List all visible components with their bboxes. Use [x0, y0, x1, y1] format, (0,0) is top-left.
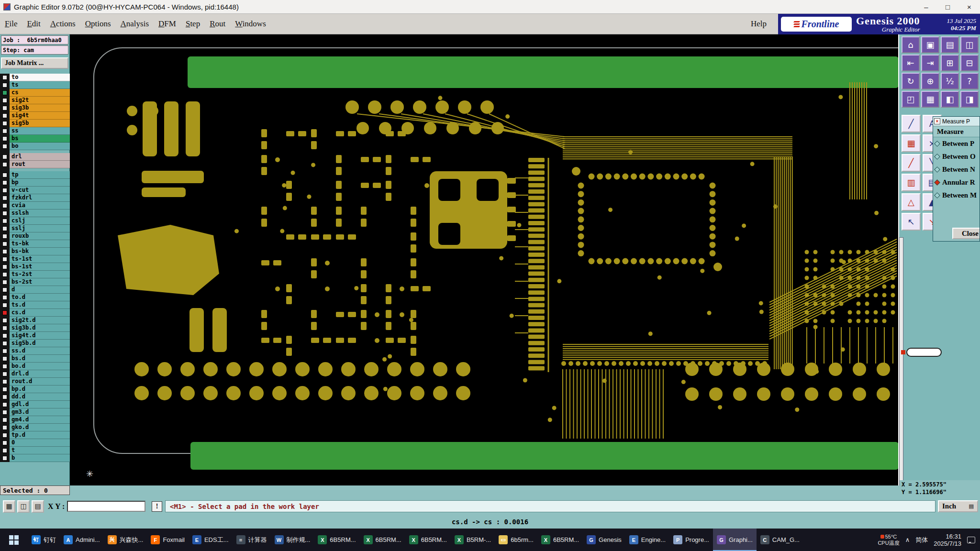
layer-checkbox[interactable]: [0, 424, 10, 431]
ime-indicator[interactable]: 简体: [915, 536, 928, 544]
layer-row-bp.d[interactable]: bp.d: [0, 386, 70, 393]
menu-options[interactable]: Options: [80, 19, 116, 29]
layer-checkbox[interactable]: [0, 187, 10, 194]
taskbar-item[interactable]: X6B5RM...: [405, 529, 451, 551]
layer-checkbox[interactable]: [0, 340, 10, 347]
taskbar-item[interactable]: X6B5RM...: [314, 529, 359, 551]
pan-left-icon[interactable]: ⇤: [902, 55, 920, 71]
layer-checkbox[interactable]: [0, 104, 10, 112]
layer-row-ts-bk[interactable]: ts-bk: [0, 240, 70, 248]
help-tool-icon[interactable]: ?: [960, 73, 979, 89]
layer-row-rout.d[interactable]: rout.d: [0, 378, 70, 386]
job-matrix-button[interactable]: Job Matrix ...: [1, 57, 68, 69]
layer-checkbox[interactable]: [0, 232, 10, 240]
taskbar-item[interactable]: =计算器: [233, 529, 271, 551]
taskbar-item[interactable]: X6B5RM...: [537, 529, 583, 551]
layer-checkbox[interactable]: [0, 439, 10, 447]
layer-checkbox[interactable]: [0, 363, 10, 370]
layer-row-bp[interactable]: bp: [0, 179, 70, 187]
layer-row-v-cut[interactable]: v-cut: [0, 187, 70, 194]
menu-edit[interactable]: Edit: [22, 19, 45, 29]
split-top-icon[interactable]: ◧: [941, 91, 959, 108]
layer-checkbox[interactable]: [0, 225, 10, 232]
close-button[interactable]: ×: [958, 0, 980, 13]
layer-checkbox[interactable]: [0, 74, 10, 81]
layer-checkbox[interactable]: [0, 120, 10, 127]
notification-center-icon[interactable]: [967, 537, 975, 543]
xy-grid-button-3[interactable]: ▤: [32, 500, 44, 513]
menu-file[interactable]: File: [0, 19, 22, 29]
taskbar-item[interactable]: ▭6b5rm...: [495, 529, 537, 551]
tile-icon[interactable]: ⊞: [941, 55, 959, 71]
xy-grid-button-1[interactable]: ▦: [3, 500, 15, 513]
layer-row-0[interactable]: 0: [0, 439, 70, 447]
layer-row-ts[interactable]: ts: [0, 81, 70, 89]
layer-checkbox[interactable]: [0, 447, 10, 454]
layer-row-sig4t[interactable]: sig4t: [0, 112, 70, 120]
vertical-scrollbar[interactable]: [899, 237, 903, 485]
taskbar-clock[interactable]: 16:31 2025/7/13: [934, 533, 961, 547]
layer-checkbox[interactable]: [0, 386, 10, 393]
layer-row-sslsh[interactable]: sslsh: [0, 209, 70, 217]
layer-checkbox[interactable]: [0, 153, 10, 161]
layer-checkbox[interactable]: [0, 263, 10, 271]
layer-checkbox[interactable]: [0, 294, 10, 301]
layer-checkbox[interactable]: [0, 317, 10, 324]
layer-row-ts.d[interactable]: ts.d: [0, 301, 70, 309]
origin-icon[interactable]: ◰: [902, 91, 920, 108]
taskbar-item[interactable]: CCAM_G...: [757, 529, 803, 551]
layer-checkbox[interactable]: [0, 171, 10, 179]
layer-row-bs-1st[interactable]: bs-1st: [0, 263, 70, 271]
layer-row-sslj[interactable]: sslj: [0, 225, 70, 232]
layer-checkbox[interactable]: [0, 416, 10, 424]
layer-row-gm4.d[interactable]: gm4.d: [0, 416, 70, 424]
taskbar-item[interactable]: FFoxmail: [147, 529, 189, 551]
taskbar-item[interactable]: EEngine...: [625, 529, 669, 551]
layer-row-bs.d[interactable]: bs.d: [0, 355, 70, 363]
layer-checkbox[interactable]: [0, 202, 10, 209]
screen-icon[interactable]: ▣: [921, 36, 939, 53]
layer-row-gko.d[interactable]: gko.d: [0, 424, 70, 431]
measure-option[interactable]: Between P: [933, 137, 980, 150]
taskbar-item[interactable]: PProgre...: [669, 529, 713, 551]
pcb-canvas[interactable]: ✳: [70, 34, 898, 485]
layer-row-tp[interactable]: tp: [0, 171, 70, 179]
menu-help[interactable]: Help: [747, 19, 770, 29]
measure-option[interactable]: Between O: [933, 150, 980, 163]
minimize-button[interactable]: –: [915, 0, 937, 13]
layer-row-cvia[interactable]: cvia: [0, 202, 70, 209]
menu-dfm[interactable]: DFM: [154, 19, 181, 29]
layer-checkbox[interactable]: [0, 97, 10, 104]
window-icon[interactable]: ◫: [960, 36, 979, 53]
zoom-center-icon[interactable]: ⊕: [921, 73, 939, 89]
layer-row-sig2t[interactable]: sig2t: [0, 97, 70, 104]
layer-checkbox[interactable]: [0, 378, 10, 386]
measure-option[interactable]: Annular R: [933, 176, 980, 189]
layer-row-drl.d[interactable]: drl.d: [0, 370, 70, 378]
measure-option[interactable]: Between M: [933, 189, 980, 202]
split-bottom-icon[interactable]: ◨: [960, 91, 979, 108]
layer-row-rout[interactable]: rout: [0, 161, 70, 168]
measure-panel-titlebar[interactable]: × Measure P: [933, 117, 980, 126]
layer-row-ts-2st[interactable]: ts-2st: [0, 271, 70, 278]
taskbar-item[interactable]: GGenesis: [583, 529, 625, 551]
menu-rout[interactable]: Rout: [205, 19, 230, 29]
taskbar-item[interactable]: X6B5RM...: [360, 529, 405, 551]
layer-checkbox[interactable]: [0, 194, 10, 202]
measure-red-icon[interactable]: ╱: [902, 154, 921, 172]
layer-checkbox[interactable]: [0, 332, 10, 340]
layer-row-bo[interactable]: bo: [0, 143, 70, 150]
layer-row-to.d[interactable]: to.d: [0, 294, 70, 301]
layer-row-bo.d[interactable]: bo.d: [0, 363, 70, 370]
layer-row-t[interactable]: t: [0, 447, 70, 454]
layer-checkbox[interactable]: [0, 408, 10, 416]
taskbar-item[interactable]: AAdmini...: [60, 529, 104, 551]
layer-row-d[interactable]: d: [0, 286, 70, 294]
layer-row-cs.d[interactable]: cs.d: [0, 309, 70, 317]
zoom-home-icon[interactable]: ⌂: [902, 36, 920, 53]
taskbar-item[interactable]: 钉钉钉: [28, 529, 60, 551]
taskbar-item[interactable]: XB5RM-...: [451, 529, 495, 551]
layer-checkbox[interactable]: [0, 431, 10, 439]
draw-line-icon[interactable]: ╱: [902, 115, 921, 132]
layer-row-sig5b.d[interactable]: sig5b.d: [0, 340, 70, 347]
